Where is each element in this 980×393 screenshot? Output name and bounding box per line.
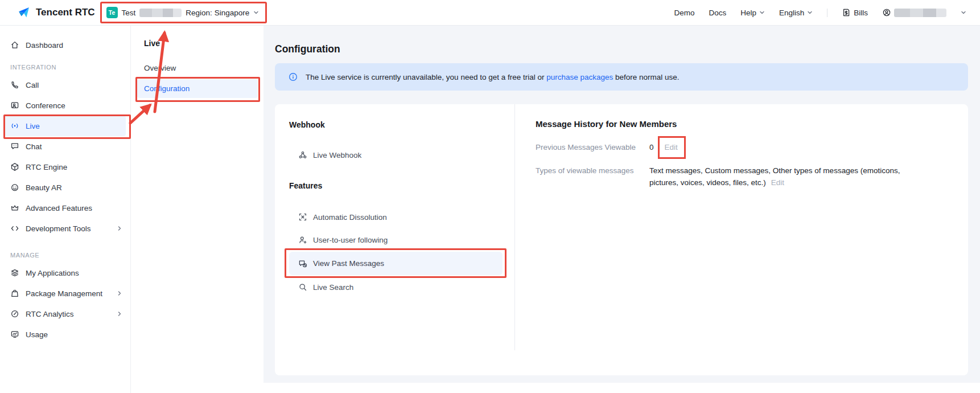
tencent-rtc-logo-icon: [17, 6, 31, 19]
dissolution-icon: [298, 212, 307, 222]
monitor-icon: [10, 330, 19, 339]
config-nav-item-live-search[interactable]: Live Search: [289, 276, 503, 298]
app-name-prefix: Test: [122, 9, 136, 17]
shopping-bag-icon: [10, 289, 19, 298]
search-icon: [298, 283, 307, 292]
sidebar-item-usage[interactable]: Usage: [5, 324, 126, 345]
live-submenu: Live Overview Configuration: [131, 26, 263, 393]
main-content: Configuration The Live service is curren…: [263, 26, 980, 393]
setting-value-group: 0 Edit: [649, 141, 678, 153]
sidebar-section-integration: INTEGRATION: [0, 63, 130, 71]
cube-icon: [10, 162, 19, 171]
edit-previous-messages-link[interactable]: Edit: [665, 141, 678, 153]
sidebar-section-manage: MANAGE: [0, 251, 130, 259]
chevron-down-icon: [807, 10, 813, 15]
broadcast-icon: [10, 121, 19, 130]
annotation-box-live: [3, 114, 131, 139]
chevron-down-icon[interactable]: [961, 10, 966, 15]
config-nav-item-user-to-user-following[interactable]: User-to-user following: [289, 229, 503, 251]
gauge-icon: [10, 309, 19, 318]
app-badge: Te: [106, 7, 118, 18]
config-nav: Webhook Live Webhook Features Automatic …: [275, 104, 515, 350]
submenu-item-overview[interactable]: Overview: [137, 59, 258, 77]
sidebar-item-call[interactable]: Call: [5, 75, 126, 95]
layers-icon: [10, 268, 19, 277]
sidebar-item-rtc-engine[interactable]: RTC Engine: [5, 157, 126, 177]
webhook-icon: [298, 150, 307, 159]
conference-icon: [10, 101, 19, 110]
app-region-selector[interactable]: Te Test Region: Singapore: [100, 2, 267, 23]
setting-label: Types of viewable messages: [536, 165, 649, 177]
previous-messages-value: 0: [649, 141, 654, 153]
home-icon: [10, 40, 19, 50]
setting-row-previous-messages: Previous Messages Viewable 0 Edit: [536, 141, 945, 153]
config-nav-item-live-webhook[interactable]: Live Webhook: [289, 144, 503, 166]
user-plus-icon: [298, 235, 307, 244]
chat-bubble-icon: [10, 142, 19, 151]
edit-viewable-types-link[interactable]: Edit: [771, 177, 784, 189]
configuration-card: Webhook Live Webhook Features Automatic …: [275, 104, 968, 375]
nav-demo[interactable]: Demo: [674, 9, 694, 17]
sidebar-item-conference[interactable]: Conference: [5, 95, 126, 116]
nav-language[interactable]: English: [779, 9, 813, 17]
account-menu[interactable]: [882, 8, 946, 17]
region-label: Region: Singapore: [186, 9, 249, 17]
submenu-item-configuration[interactable]: Configuration: [137, 79, 258, 98]
content-area: Configuration The Live service is curren…: [263, 26, 980, 383]
chevron-right-icon: [117, 290, 122, 296]
viewable-types-value: Text messages, Custom messages, Other ty…: [649, 165, 912, 189]
crown-icon: [10, 203, 19, 212]
setting-label: Previous Messages Viewable: [536, 141, 649, 153]
setting-row-viewable-types: Types of viewable messages Text messages…: [536, 165, 945, 189]
primary-sidebar: Dashboard INTEGRATION Call Conference Li…: [0, 26, 131, 393]
sidebar-item-package-management[interactable]: Package Management: [5, 283, 126, 304]
submenu-title: Live: [131, 39, 263, 50]
bills-icon: [842, 8, 851, 17]
chevron-right-icon: [117, 311, 122, 317]
message-history-panel: Message History for New Members Previous…: [515, 104, 968, 350]
panel-title: Message History for New Members: [536, 119, 945, 129]
topbar: Tencent RTC Te Test Region: Singapore De…: [0, 0, 980, 26]
sidebar-item-rtc-analytics[interactable]: RTC Analytics: [5, 304, 126, 324]
sidebar-item-advanced-features[interactable]: Advanced Features: [5, 198, 126, 218]
info-icon: [289, 72, 298, 81]
topnav: Demo Docs Help English Bills: [674, 8, 980, 17]
sidebar-item-dashboard[interactable]: Dashboard: [5, 35, 126, 55]
nav-bills[interactable]: Bills: [842, 8, 868, 17]
brand-logo[interactable]: Tencent RTC: [0, 6, 95, 19]
sidebar-item-beauty-ar[interactable]: Beauty AR: [5, 177, 126, 198]
purchase-packages-link[interactable]: purchase packages: [546, 73, 613, 81]
chevron-down-icon: [759, 10, 765, 15]
smiley-icon: [10, 183, 19, 192]
sidebar-item-live[interactable]: Live: [5, 116, 126, 136]
brand-name: Tencent RTC: [36, 7, 95, 18]
tencent-rtc-console: { "colors": { "accent_blue": "#1c66f2", …: [0, 0, 980, 393]
page-title: Configuration: [275, 26, 968, 55]
chevron-right-icon: [117, 226, 122, 231]
sidebar-item-my-applications[interactable]: My Applications: [5, 263, 126, 283]
account-icon: [882, 8, 891, 17]
config-nav-item-automatic-dissolution[interactable]: Automatic Dissolution: [289, 206, 503, 228]
redacted-account-name: [894, 9, 946, 17]
code-icon: [10, 224, 19, 233]
config-nav-item-view-past-messages[interactable]: View Past Messages: [289, 252, 503, 275]
service-unavailable-banner: The Live service is currently unavailabl…: [275, 63, 968, 91]
nav-docs[interactable]: Docs: [709, 9, 726, 17]
features-header: Features: [289, 181, 514, 191]
sidebar-item-chat[interactable]: Chat: [5, 136, 126, 157]
nav-help[interactable]: Help: [740, 9, 765, 17]
sidebar-item-development-tools[interactable]: Development Tools: [5, 218, 126, 239]
topnav-divider: [827, 9, 827, 17]
redacted-app-name: [139, 9, 182, 17]
banner-text: The Live service is currently unavailabl…: [306, 73, 680, 81]
phone-icon: [10, 80, 19, 89]
webhook-header: Webhook: [289, 120, 514, 130]
message-history-icon: [298, 259, 307, 268]
chevron-down-icon: [253, 10, 259, 15]
